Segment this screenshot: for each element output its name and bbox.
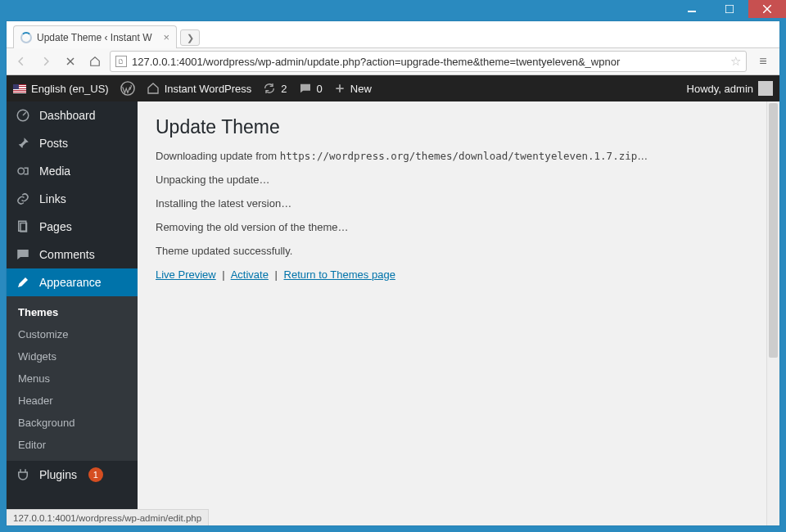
status-url: 127.0.0.1:4001/wordpress/wp-admin/edit.p… bbox=[13, 513, 201, 523]
window-maximize-button[interactable] bbox=[711, 0, 748, 18]
scrollbar-thumb[interactable] bbox=[769, 103, 778, 358]
media-icon bbox=[15, 164, 31, 178]
tab-strip: Update Theme ‹ Instant W × ❯ bbox=[7, 21, 779, 47]
adminbar-updates[interactable]: 2 bbox=[263, 82, 287, 95]
log-success: Theme updated successfully. bbox=[156, 245, 761, 257]
adminbar-site-name[interactable]: Instant WordPress bbox=[147, 82, 252, 95]
adminbar-language[interactable]: English (en_US) bbox=[13, 83, 109, 95]
log-installing: Installing the latest version… bbox=[156, 197, 761, 210]
menu-pages-label: Pages bbox=[39, 220, 72, 233]
adminbar-updates-count: 2 bbox=[281, 83, 287, 95]
wp-admin-bar: English (en_US) Instant WordPress 2 bbox=[7, 75, 779, 101]
submenu-widgets[interactable]: Widgets bbox=[7, 345, 138, 367]
link-live-preview[interactable]: Live Preview bbox=[156, 268, 216, 281]
link-icon bbox=[15, 192, 31, 206]
browser-menu-button[interactable]: ≡ bbox=[752, 54, 775, 69]
adminbar-site-label: Instant WordPress bbox=[165, 83, 252, 95]
stop-reload-button[interactable] bbox=[61, 52, 80, 71]
svg-rect-1 bbox=[725, 5, 734, 13]
log-downloading-url: https://wordpress.org/themes/download/tw… bbox=[280, 150, 638, 162]
page-icon: 🗋 bbox=[115, 56, 127, 67]
back-button[interactable] bbox=[11, 52, 31, 71]
menu-appearance[interactable]: Appearance bbox=[7, 268, 138, 296]
pin-icon bbox=[15, 136, 31, 151]
adminbar-comments-count: 0 bbox=[317, 83, 323, 95]
tab-close-button[interactable]: × bbox=[163, 31, 169, 43]
log-downloading: Downloading update from https://wordpres… bbox=[156, 150, 761, 162]
url-text: 127.0.0.1:4001/wordpress/wp-admin/update… bbox=[132, 56, 725, 68]
window-close-button[interactable] bbox=[748, 0, 786, 18]
tab-title: Update Theme ‹ Instant W bbox=[37, 32, 158, 43]
avatar bbox=[758, 81, 773, 96]
home-button[interactable] bbox=[85, 52, 105, 71]
admin-menu: Dashboard Posts Media Links bbox=[7, 101, 138, 525]
appearance-icon bbox=[15, 275, 31, 290]
forward-button[interactable] bbox=[36, 52, 56, 71]
content-area: Update Theme Downloading update from htt… bbox=[138, 101, 779, 525]
submenu-background[interactable]: Background bbox=[7, 412, 138, 434]
plus-icon bbox=[334, 83, 346, 94]
log-downloading-prefix: Downloading update from bbox=[156, 150, 280, 162]
menu-media[interactable]: Media bbox=[7, 157, 138, 185]
svg-rect-0 bbox=[688, 11, 696, 12]
scrollbar[interactable] bbox=[766, 101, 779, 525]
page-viewport: English (en_US) Instant WordPress 2 bbox=[7, 75, 779, 525]
log-downloading-suffix: … bbox=[637, 150, 648, 162]
menu-links-label: Links bbox=[39, 192, 66, 205]
bookmark-star-icon[interactable]: ☆ bbox=[730, 54, 741, 69]
submenu-header[interactable]: Header bbox=[7, 390, 138, 412]
menu-plugins-label: Plugins bbox=[39, 468, 77, 481]
flag-icon bbox=[13, 84, 26, 93]
adminbar-account[interactable]: Howdy, admin bbox=[687, 81, 773, 96]
submenu-menus[interactable]: Menus bbox=[7, 367, 138, 390]
menu-dashboard[interactable]: Dashboard bbox=[7, 101, 138, 129]
log-removing: Removing the old version of the theme… bbox=[156, 221, 761, 233]
menu-appearance-label: Appearance bbox=[39, 276, 102, 289]
menu-links[interactable]: Links bbox=[7, 185, 138, 213]
menu-media-label: Media bbox=[39, 165, 70, 178]
separator: | bbox=[222, 268, 224, 281]
separator: | bbox=[275, 268, 278, 281]
menu-posts-label: Posts bbox=[39, 137, 68, 150]
submenu-customize[interactable]: Customize bbox=[7, 323, 138, 345]
menu-plugins[interactable]: Plugins 1 bbox=[7, 461, 138, 489]
menu-comments[interactable]: Comments bbox=[7, 241, 138, 268]
updates-icon bbox=[263, 82, 276, 95]
loading-spinner-icon bbox=[20, 32, 32, 43]
dashboard-icon bbox=[15, 108, 31, 123]
menu-comments-label: Comments bbox=[39, 248, 95, 261]
log-unpacking: Unpacking the update… bbox=[156, 174, 761, 186]
home-icon bbox=[147, 82, 160, 95]
url-bar[interactable]: 🗋 127.0.0.1:4001/wordpress/wp-admin/upda… bbox=[110, 51, 747, 72]
status-bar: 127.0.0.1:4001/wordpress/wp-admin/edit.p… bbox=[7, 509, 209, 525]
plugins-update-badge: 1 bbox=[88, 467, 103, 482]
browser-tab[interactable]: Update Theme ‹ Instant W × bbox=[13, 25, 177, 48]
adminbar-language-label: English (en_US) bbox=[31, 83, 109, 95]
adminbar-new[interactable]: New bbox=[334, 83, 372, 95]
adminbar-wp-logo[interactable] bbox=[120, 81, 135, 96]
menu-dashboard-label: Dashboard bbox=[39, 109, 96, 122]
comment-icon bbox=[299, 82, 312, 95]
plugin-icon bbox=[15, 467, 31, 482]
browser-toolbar: 🗋 127.0.0.1:4001/wordpress/wp-admin/upda… bbox=[7, 47, 779, 75]
page-title: Update Theme bbox=[156, 116, 761, 138]
window-titlebar bbox=[0, 0, 786, 21]
adminbar-new-label: New bbox=[350, 83, 372, 95]
menu-posts[interactable]: Posts bbox=[7, 129, 138, 157]
link-activate[interactable]: Activate bbox=[231, 268, 269, 281]
menu-pages[interactable]: Pages bbox=[7, 213, 138, 241]
submenu-appearance: Themes Customize Widgets Menus Header Ba… bbox=[7, 296, 138, 461]
submenu-editor[interactable]: Editor bbox=[7, 434, 138, 456]
wordpress-logo-icon bbox=[120, 81, 135, 96]
svg-point-8 bbox=[18, 168, 25, 174]
new-tab-button[interactable]: ❯ bbox=[180, 29, 200, 46]
adminbar-comments[interactable]: 0 bbox=[299, 82, 323, 95]
comment-icon bbox=[15, 247, 31, 262]
action-links: Live Preview | Activate | Return to Them… bbox=[156, 268, 761, 281]
submenu-themes[interactable]: Themes bbox=[7, 301, 138, 323]
adminbar-howdy: Howdy, admin bbox=[687, 83, 753, 95]
page-icon bbox=[15, 219, 31, 234]
window-minimize-button[interactable] bbox=[673, 0, 711, 18]
link-return-themes[interactable]: Return to Themes page bbox=[284, 268, 395, 281]
